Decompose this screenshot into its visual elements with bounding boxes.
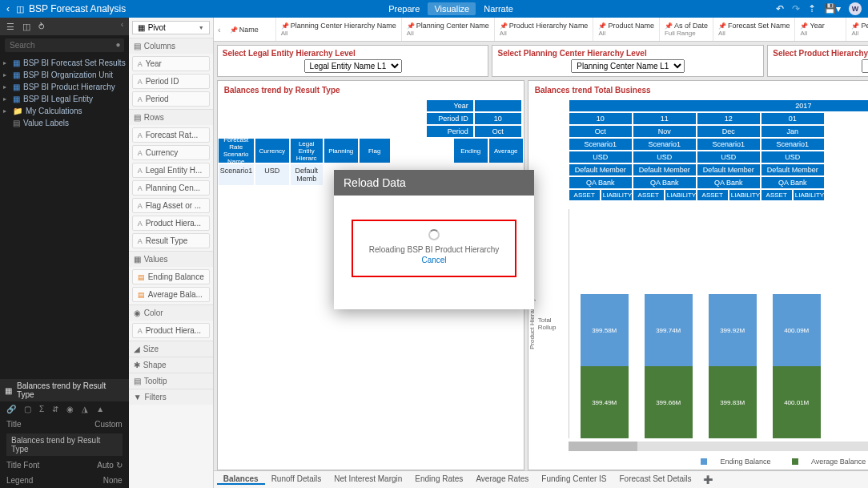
size-icon: ◢ bbox=[134, 345, 140, 353]
filter-chip[interactable]: 📌As of DateFull Range bbox=[660, 18, 713, 41]
title-font-value[interactable]: Auto ↻ bbox=[97, 461, 122, 470]
filters-section: ▼Filters bbox=[129, 389, 213, 405]
rect-icon[interactable]: ▢ bbox=[24, 405, 31, 413]
product-select[interactable]: Product Name L1 bbox=[862, 59, 868, 73]
redo-icon[interactable]: ↷ bbox=[792, 3, 800, 14]
sheet-tab[interactable]: Runoff Details bbox=[265, 474, 328, 485]
field-pill[interactable]: APeriod bbox=[132, 91, 210, 107]
field-pill[interactable]: ▤Ending Balance bbox=[132, 269, 210, 284]
tree-folder[interactable]: ▸📁My Calculations bbox=[0, 105, 129, 117]
data-icon[interactable]: ☰ bbox=[6, 22, 14, 32]
tree-item[interactable]: ▸▦BSP BI Forecast Set Results bbox=[0, 57, 129, 69]
share-icon[interactable]: ⇡ bbox=[808, 3, 816, 14]
tooltip-section: ▤Tooltip bbox=[129, 373, 213, 389]
property-section: ▦ Balances trend by Result Type bbox=[0, 379, 129, 401]
filter-chip[interactable]: 📌Planning Center NameAll bbox=[402, 18, 495, 41]
viz-icon[interactable]: ◫ bbox=[22, 22, 30, 32]
tab-prepare[interactable]: Prepare bbox=[382, 2, 426, 15]
back-icon[interactable]: ‹ bbox=[6, 3, 10, 14]
rows-icon: ▤ bbox=[134, 113, 141, 122]
color-icon: ◉ bbox=[134, 309, 141, 317]
sheet-tab[interactable]: Balances bbox=[217, 474, 265, 485]
filter-scroll-left-icon[interactable]: ‹ bbox=[214, 18, 225, 41]
balances-total-business: Balances trend Total Business 2017 10111… bbox=[528, 80, 868, 470]
filter-chip[interactable]: 📌YearAll bbox=[795, 18, 846, 41]
field-pill[interactable]: AProduct Hiera... bbox=[132, 323, 210, 338]
legend-value[interactable]: None bbox=[103, 476, 123, 485]
title-input[interactable]: Balances trend by Result Type bbox=[6, 434, 123, 456]
filter-chip[interactable]: 📌PeriodAll bbox=[846, 18, 868, 41]
tree-item[interactable]: ▸▦BSP BI Organization Unit bbox=[0, 69, 129, 81]
tree-item[interactable]: ▸▤Value Labels bbox=[0, 117, 129, 129]
filter-chip[interactable]: 📌Product NameAll bbox=[593, 18, 660, 41]
search-input[interactable] bbox=[5, 38, 124, 52]
columns-icon: ▤ bbox=[134, 42, 141, 50]
shape-section: ✱Shape bbox=[129, 357, 213, 373]
mode-tabs: Prepare Visualize Narrate bbox=[126, 2, 776, 15]
save-icon[interactable]: 💾▾ bbox=[824, 3, 841, 14]
values-icon: ▦ bbox=[134, 255, 141, 264]
sheet-tab[interactable]: Forecast Set Details bbox=[613, 474, 698, 485]
cancel-link[interactable]: Cancel bbox=[369, 256, 500, 264]
planning-center-select[interactable]: Planning Center Name L1 bbox=[571, 59, 685, 73]
field-pill[interactable]: APlanning Cen... bbox=[132, 180, 210, 196]
legend-label: Legend bbox=[6, 476, 33, 485]
color-section: ◉Color bbox=[129, 304, 213, 321]
modal-message: Reloading BSP BI Product Hierarchy bbox=[369, 245, 500, 254]
filter-bar: ‹ 📌Name📌Planning Center Hierarchy NameAl… bbox=[214, 18, 868, 42]
field-pill[interactable]: AProduct Hiera... bbox=[132, 216, 210, 231]
legal-entity-select[interactable]: Legal Entity Name L1 bbox=[304, 59, 402, 73]
link-icon[interactable]: 🔗 bbox=[6, 405, 16, 413]
filter-chip[interactable]: 📌Forecast Set NameAll bbox=[713, 18, 796, 41]
title-mode[interactable]: Custom bbox=[94, 420, 122, 429]
chart-bars: 399.49M399.58M399.66M399.74M399.83M399.9… bbox=[569, 209, 868, 438]
eye-icon[interactable]: ◉ bbox=[66, 405, 74, 413]
undo-icon[interactable]: ↶ bbox=[776, 3, 784, 14]
title-font-label: Title Font bbox=[6, 461, 39, 470]
collapse-icon[interactable]: ‹ bbox=[121, 19, 129, 29]
filter-chip[interactable]: 📌Name bbox=[225, 18, 276, 41]
filter-chip[interactable]: 📌Product Hierarchy NameAll bbox=[495, 18, 594, 41]
sigma-icon[interactable]: Σ bbox=[39, 405, 44, 413]
tree-item[interactable]: ▸▦BSP BI Product Hierarchy bbox=[0, 81, 129, 93]
reload-data-modal: Reload Data Reloading BSP BI Product Hie… bbox=[334, 170, 534, 309]
title-label: Title bbox=[6, 420, 22, 429]
field-pill[interactable]: APeriod ID bbox=[132, 74, 210, 89]
add-sheet-icon[interactable]: ➕ bbox=[698, 475, 717, 484]
pivot-icon: ▦ bbox=[138, 23, 145, 32]
filter-chip[interactable]: 📌Planning Center Hierarchy NameAll bbox=[276, 18, 402, 41]
filter-icon[interactable]: ◮ bbox=[82, 405, 88, 413]
tree-item[interactable]: ▸▦BSP BI Legal Entity bbox=[0, 93, 129, 105]
field-pill[interactable]: ▤Average Bala... bbox=[132, 287, 210, 302]
canvas: ‹ 📌Name📌Planning Center Hierarchy NameAl… bbox=[214, 18, 868, 488]
field-pill[interactable]: AResult Type bbox=[132, 233, 210, 248]
analytics-icon[interactable]: ⥁ bbox=[38, 22, 45, 32]
field-pill[interactable]: AFlag Asset or ... bbox=[132, 198, 210, 213]
rows-section: ▤Rows bbox=[129, 109, 213, 125]
tooltip-icon: ▤ bbox=[134, 377, 141, 385]
viz-type-picker[interactable]: ▦ Pivot ▼ bbox=[132, 21, 210, 34]
sheet-tabs: BalancesRunoff DetailsNet Interest Margi… bbox=[214, 470, 868, 488]
delete-icon[interactable]: ▲ bbox=[96, 405, 104, 413]
field-pill[interactable]: ACurrency bbox=[132, 145, 210, 160]
tab-visualize[interactable]: Visualize bbox=[428, 2, 476, 15]
sheet-tab[interactable]: Average Rates bbox=[469, 474, 535, 485]
sheet-tab[interactable]: Funding Center IS bbox=[535, 474, 613, 485]
field-pill[interactable]: AForecast Rat... bbox=[132, 127, 210, 143]
clear-search-icon[interactable]: ● bbox=[116, 40, 121, 49]
field-pill[interactable]: ALegal Entity H... bbox=[132, 163, 210, 178]
tab-narrate[interactable]: Narrate bbox=[477, 2, 520, 15]
modal-title: Reload Data bbox=[334, 170, 534, 196]
sheet-tab[interactable]: Ending Rates bbox=[408, 474, 469, 485]
chart-scrollbar[interactable] bbox=[569, 442, 868, 451]
dropdown-icon: ▼ bbox=[199, 25, 204, 30]
data-panel: ‹ ▦ Pivot ▼ ▤Columns AYearAPeriod IDAPer… bbox=[129, 18, 214, 488]
chart-legend: Ending Balance Average Balance bbox=[528, 454, 868, 470]
sheet-tab[interactable]: Net Interest Margin bbox=[328, 474, 408, 485]
field-pill[interactable]: AYear bbox=[132, 56, 210, 71]
sort-icon[interactable]: ⇵ bbox=[52, 405, 58, 413]
spinner-icon bbox=[428, 229, 440, 240]
user-avatar[interactable]: W bbox=[849, 2, 862, 15]
legal-entity-selector: Select Legal Entity Hierarchy Level Lega… bbox=[217, 45, 489, 77]
planning-center-selector: Select Planning Center Hierarchy Level P… bbox=[492, 45, 764, 77]
